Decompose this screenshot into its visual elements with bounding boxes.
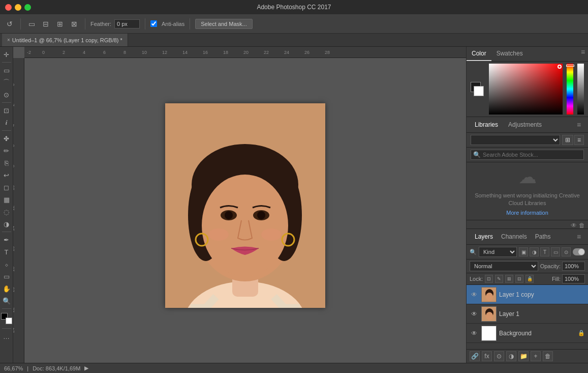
- document-tab[interactable]: × Untitled–1 @ 66,7% (Layer 1 copy, RGB/…: [2, 34, 128, 46]
- layer-visibility-layer1copy[interactable]: 👁: [470, 291, 479, 298]
- new-layer-button[interactable]: +: [531, 351, 541, 361]
- fg-bg-swatches[interactable]: [471, 82, 484, 96]
- opacity-input[interactable]: [562, 262, 585, 271]
- layer-item-background[interactable]: 👁 Background 🔒: [467, 324, 588, 343]
- filter-type-icon[interactable]: T: [540, 247, 549, 256]
- libraries-more-info-link[interactable]: More information: [506, 210, 548, 216]
- move-tool-icon[interactable]: ✛: [1, 49, 12, 60]
- antialias-checkbox[interactable]: [150, 20, 157, 27]
- libraries-dropdown[interactable]: [471, 135, 560, 145]
- feather-input[interactable]: [114, 19, 140, 28]
- hue-bar[interactable]: [567, 64, 573, 114]
- select-rect-icon[interactable]: ▭: [26, 18, 37, 30]
- link-layers-button[interactable]: 🔗: [470, 351, 480, 361]
- clone-tool-icon[interactable]: ⎘: [1, 157, 12, 168]
- select-subtract-icon[interactable]: ⊟: [40, 18, 51, 30]
- portrait-svg: [165, 103, 325, 308]
- new-adjustment-button[interactable]: ◑: [506, 351, 516, 361]
- tab-close-icon[interactable]: ×: [7, 37, 10, 43]
- select-intersect-icon[interactable]: ⊠: [69, 18, 80, 30]
- lock-artboard2-icon[interactable]: ⊟: [515, 275, 523, 283]
- eyedropper-tool-icon[interactable]: 𝒊: [1, 117, 12, 128]
- layer-visibility-layer1[interactable]: 👁: [470, 310, 479, 318]
- minimize-button[interactable]: [15, 4, 21, 11]
- svg-text:20: 20: [13, 287, 15, 292]
- filter-smart-icon[interactable]: ⊙: [562, 247, 571, 256]
- layer-visibility-background[interactable]: 👁: [470, 330, 479, 337]
- canvas-image[interactable]: [165, 103, 325, 308]
- path-select-icon[interactable]: ⬦: [1, 259, 12, 270]
- maximize-button[interactable]: [24, 4, 31, 11]
- layer-kind-select[interactable]: Kind: [479, 247, 517, 257]
- lasso-tool-icon[interactable]: ⌒: [1, 77, 12, 88]
- hand-tool-icon[interactable]: ✋: [1, 283, 12, 294]
- brush-tool-icon[interactable]: ✏: [1, 145, 12, 156]
- dodge-tool-icon[interactable]: ◑: [1, 218, 12, 229]
- lock-all-icon[interactable]: 🔒: [525, 275, 534, 283]
- tab-libraries[interactable]: Libraries: [471, 119, 502, 130]
- fill-input[interactable]: [562, 274, 585, 283]
- crop-tool-icon[interactable]: ⊡: [1, 105, 12, 116]
- libraries-delete-icon[interactable]: 🗑: [579, 222, 585, 229]
- add-fx-button[interactable]: fx: [482, 351, 492, 361]
- brightness-bar[interactable]: [577, 64, 584, 114]
- delete-layer-button[interactable]: 🗑: [543, 351, 553, 361]
- libraries-eye-icon[interactable]: 👁: [571, 222, 577, 229]
- tab-swatches[interactable]: Swatches: [491, 47, 528, 61]
- tab-color[interactable]: Color: [467, 47, 491, 61]
- titlebar: Adobe Photoshop CC 2017: [0, 0, 588, 14]
- fill-control: Fill:: [552, 274, 585, 283]
- tab-layers[interactable]: Layers: [471, 231, 497, 242]
- statusbar-sep: |: [27, 365, 28, 371]
- grid-view-button[interactable]: ⊞: [562, 135, 573, 145]
- feather-label: Feather:: [90, 21, 111, 27]
- lock-artboard-icon[interactable]: ⊞: [505, 275, 513, 283]
- select-add-icon[interactable]: ⊞: [54, 18, 66, 30]
- background-color[interactable]: [6, 318, 12, 324]
- libraries-search-input[interactable]: [483, 152, 581, 158]
- lock-pixels-icon[interactable]: ⊡: [485, 275, 493, 283]
- eraser-tool-icon[interactable]: ◻: [1, 182, 12, 193]
- layer-item-layer1copy[interactable]: 👁 Layer 1 copy: [467, 285, 588, 304]
- quick-select-tool-icon[interactable]: ⊙: [1, 89, 12, 100]
- color-panel-menu-icon[interactable]: ≡: [578, 47, 588, 57]
- canvas-area: -2 0 2 4 6 8 10 12 14 16 18 20 22 24 26 …: [13, 47, 466, 363]
- svg-text:18: 18: [223, 50, 228, 55]
- filter-pixel-icon[interactable]: ▣: [519, 247, 528, 256]
- list-view-button[interactable]: ≡: [574, 135, 584, 145]
- svg-text:22: 22: [13, 307, 15, 312]
- filter-toggle[interactable]: [573, 248, 585, 255]
- add-mask-button[interactable]: ⊙: [494, 351, 504, 361]
- blend-mode-select[interactable]: Normal: [470, 261, 538, 271]
- new-group-button[interactable]: 📁: [518, 351, 529, 361]
- background-swatch[interactable]: [474, 86, 484, 96]
- filter-shape-icon[interactable]: ▭: [551, 247, 560, 256]
- select-rect-tool-icon[interactable]: ▭: [1, 65, 12, 76]
- blur-tool-icon[interactable]: ◌: [1, 206, 12, 217]
- color-spectrum[interactable]: [489, 64, 563, 114]
- tab-paths[interactable]: Paths: [531, 231, 555, 242]
- zoom-tool-icon[interactable]: 🔍: [1, 295, 12, 306]
- libraries-panel-menu-icon[interactable]: ≡: [574, 120, 584, 130]
- select-mask-button[interactable]: Select and Mask...: [195, 19, 253, 29]
- tab-adjustments[interactable]: Adjustments: [504, 119, 546, 130]
- lock-position-icon[interactable]: ✎: [495, 275, 503, 283]
- history-icon[interactable]: ↺: [4, 18, 15, 30]
- layers-panel-menu-icon[interactable]: ≡: [574, 232, 584, 242]
- pen-tool-icon[interactable]: ✒: [1, 234, 12, 245]
- layer-item-layer1[interactable]: 👁 Layer 1: [467, 304, 588, 324]
- fg-bg-color[interactable]: [1, 313, 12, 324]
- libraries-search-bar: 🔍: [467, 148, 588, 162]
- shape-tool-icon[interactable]: ▭: [1, 271, 12, 282]
- gradient-tool-icon[interactable]: ▦: [1, 194, 12, 205]
- app-title: Adobe Photoshop CC 2017: [257, 4, 331, 11]
- text-tool-icon[interactable]: T: [1, 246, 12, 257]
- filter-adjustment-icon[interactable]: ◑: [530, 247, 539, 256]
- tab-channels[interactable]: Channels: [497, 231, 531, 242]
- libraries-error-icon: ☁: [518, 166, 537, 188]
- history-brush-icon[interactable]: ↩: [1, 169, 12, 181]
- more-tools-icon[interactable]: …: [1, 331, 12, 342]
- status-arrow[interactable]: ▶: [84, 365, 88, 371]
- heal-tool-icon[interactable]: ✤: [1, 133, 12, 144]
- close-button[interactable]: [5, 4, 12, 11]
